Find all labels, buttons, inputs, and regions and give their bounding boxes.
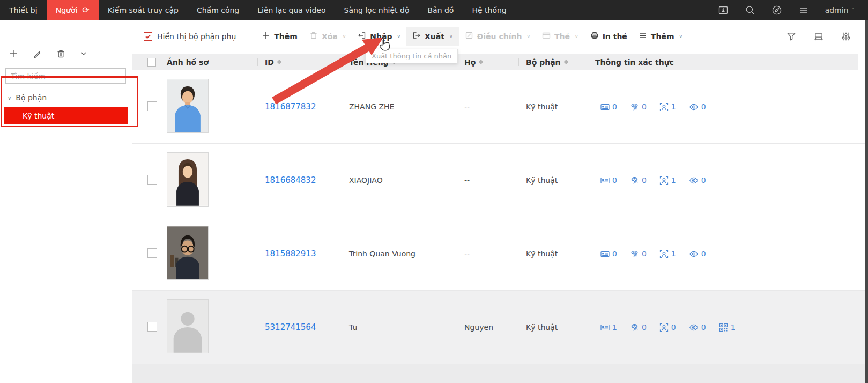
fingerprint-credential: 0 (630, 176, 647, 185)
user-name: admin (825, 6, 849, 14)
profile-photo (167, 226, 209, 280)
card-credential: 0 (600, 102, 617, 112)
search-icon[interactable] (745, 5, 755, 16)
show-sub-departments-toggle[interactable]: Hiển thị bộ phận phụ (144, 32, 236, 41)
person-id-link[interactable]: 1816684832 (265, 175, 316, 185)
table-row[interactable]: 1816684832 XIAOJIAO -- Kỹ thuật 0010 (132, 144, 868, 217)
credential-count: 0 (701, 102, 706, 111)
face-icon (659, 323, 669, 332)
fingerprint-credential: 0 (630, 323, 647, 332)
table-row[interactable]: 1816877832 ZHANG ZHE -- Kỹ thuật 0010 (132, 70, 868, 144)
last-name-cell: -- (464, 249, 526, 258)
refresh-icon[interactable]: ⟳ (82, 6, 89, 14)
fingerprint-credential: 0 (630, 249, 647, 259)
iris-credential: 0 (689, 323, 706, 332)
wizard-icon[interactable] (771, 5, 782, 16)
plus-icon (262, 31, 270, 41)
sort-icon[interactable] (479, 60, 483, 64)
iris-credential: 0 (689, 176, 706, 185)
credential-count: 0 (701, 323, 706, 332)
credentials-cell: 0010 (595, 102, 868, 112)
nav-tab-attendance[interactable]: Chấm công (188, 0, 248, 20)
card-icon (600, 249, 610, 259)
card-icon (600, 323, 610, 332)
more-tree-actions-button[interactable] (80, 50, 87, 59)
filter-icon[interactable] (787, 32, 796, 41)
card-icon (542, 31, 551, 41)
row-checkbox[interactable] (147, 322, 157, 332)
table-empty-area (132, 364, 868, 383)
iris-icon (689, 102, 699, 112)
credential-count: 1 (671, 102, 676, 111)
column-header-last-name[interactable]: Họ (464, 58, 526, 67)
export-icon (412, 31, 421, 41)
face-credential: 1 (659, 176, 676, 185)
face-icon (659, 176, 669, 185)
add-department-button[interactable] (9, 49, 18, 60)
hand-cursor-icon (378, 38, 391, 54)
row-checkbox[interactable] (147, 175, 157, 185)
list-icon (639, 32, 647, 41)
tree-root-departments[interactable]: ∨ Bộ phận (8, 93, 47, 102)
person-id-link[interactable]: 5312741564 (265, 322, 316, 332)
sort-icon[interactable] (564, 60, 568, 64)
more-actions-button[interactable]: Thêm ∨ (633, 27, 688, 46)
credentials-cell: 10001 (595, 323, 868, 332)
table-header: Ảnh hồ sơ ID Tên riêng Họ Bộ phận Thông … (132, 54, 858, 70)
checked-checkbox[interactable] (144, 32, 152, 41)
person-id-link[interactable]: 1815882913 (265, 249, 316, 259)
download-center-icon[interactable] (718, 5, 729, 16)
sort-icon[interactable] (277, 60, 281, 64)
iris-credential: 0 (689, 249, 706, 259)
department-cell: Kỹ thuật (526, 249, 595, 258)
tree-item-ky-thuat[interactable]: Kỹ thuật (4, 107, 128, 124)
iris-icon (689, 249, 699, 259)
first-name-cell: Trinh Quan Vuong (349, 249, 464, 258)
profile-photo (167, 152, 209, 207)
first-name-cell: ZHANG ZHE (349, 102, 464, 111)
chevron-down-icon: ∨ (8, 95, 11, 101)
menu-icon[interactable] (798, 5, 809, 16)
profile-photo (167, 79, 209, 133)
column-header-department[interactable]: Bộ phận (526, 58, 595, 67)
credential-count: 0 (612, 102, 617, 111)
credential-count: 1 (731, 323, 736, 332)
column-header-id[interactable]: ID (265, 58, 349, 67)
face-credential: 0 (659, 323, 676, 332)
last-name-cell: -- (464, 102, 526, 111)
delete-department-button[interactable] (56, 49, 65, 60)
edit-department-button[interactable] (33, 49, 42, 60)
column-width-icon[interactable] (814, 32, 824, 41)
chevron-down-icon: ∨ (679, 34, 682, 39)
iris-credential: 0 (689, 102, 706, 112)
import-icon (358, 31, 366, 41)
settings-sliders-icon[interactable] (841, 32, 851, 41)
nav-tab-access-control[interactable]: Kiểm soát truy cập (99, 0, 188, 20)
row-checkbox[interactable] (147, 101, 157, 111)
nav-tab-person[interactable]: Người ⟳ (47, 0, 99, 20)
credential-count: 0 (642, 102, 647, 111)
print-card-button[interactable]: In thẻ (584, 27, 633, 46)
column-header-photo: Ảnh hồ sơ (162, 58, 265, 67)
last-name-cell: -- (464, 176, 526, 185)
nav-tab-video-intercom[interactable]: Liên lạc qua video (248, 0, 335, 20)
show-sub-departments-label: Hiển thị bộ phận phụ (157, 32, 236, 41)
first-name-cell: Tu (349, 323, 464, 332)
table-row[interactable]: 1815882913 Trinh Quan Vuong -- Kỹ thuật … (132, 217, 868, 291)
row-checkbox[interactable] (147, 248, 157, 258)
person-id-link[interactable]: 1816877832 (265, 102, 316, 112)
nav-tab-map[interactable]: Bản đồ (418, 0, 463, 20)
user-menu[interactable]: admin ˅ (825, 6, 854, 14)
credential-count: 0 (701, 249, 706, 258)
department-search-input[interactable] (5, 68, 126, 84)
table-row[interactable]: 5312741564 Tu Nguyen Kỹ thuật 10001 (132, 291, 868, 364)
add-person-button[interactable]: Thêm (256, 27, 303, 46)
qrcode-credential: 1 (719, 323, 736, 332)
nav-tab-devices[interactable]: Thiết bị (0, 0, 47, 20)
printer-icon (590, 31, 599, 41)
iris-icon (689, 323, 699, 332)
select-all-checkbox[interactable] (147, 58, 156, 67)
nav-tab-system[interactable]: Hệ thống (463, 0, 515, 20)
nav-tab-temperature-screening[interactable]: Sàng lọc nhiệt độ (335, 0, 419, 20)
export-button[interactable]: Xuất ∨ (406, 27, 459, 46)
